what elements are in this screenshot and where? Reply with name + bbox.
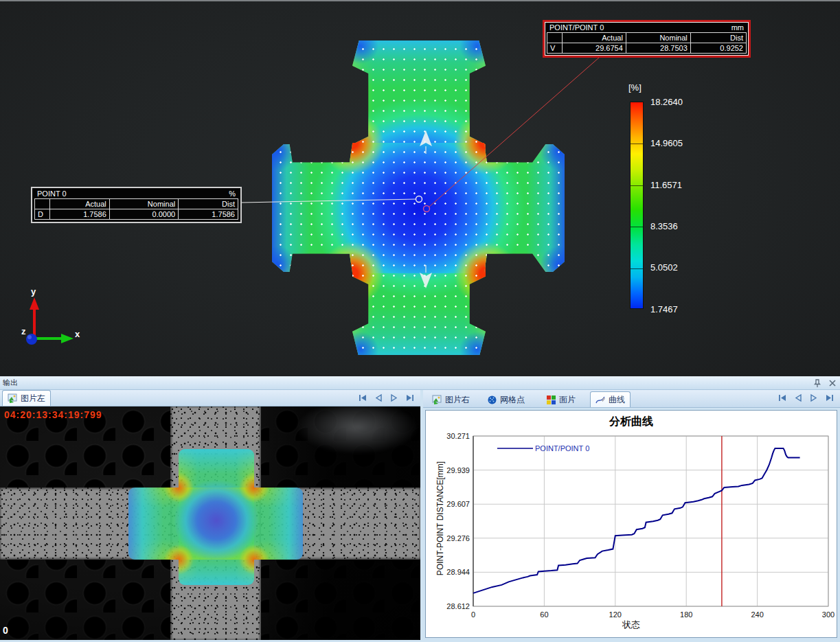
tab-picture-left[interactable]: 图片左 — [2, 390, 51, 406]
bottom-dock: 图片左 04:20:13:34 — [0, 390, 840, 640]
table-row: D 1.7586 0.0000 1.7586 — [35, 209, 238, 220]
svg-text:29.939: 29.939 — [446, 466, 470, 474]
row-label: V — [547, 43, 563, 54]
next-frame-icon[interactable] — [389, 393, 399, 402]
grid-points-icon — [487, 395, 497, 405]
application-window: POINT 0 % Actual Nominal Dist D 1.7586 0… — [0, 0, 840, 642]
first-frame-icon[interactable] — [777, 393, 787, 402]
picture-icon — [8, 393, 18, 404]
chart-x-axis-title: 状态 — [426, 619, 837, 631]
last-frame-icon[interactable] — [825, 393, 835, 402]
nominal-value: 28.7503 — [626, 43, 690, 54]
point0-annotation-table[interactable]: POINT 0 % Actual Nominal Dist D 1.7586 0… — [31, 187, 242, 223]
col-dist: Dist — [690, 33, 746, 43]
svg-text:300: 300 — [822, 610, 835, 619]
tab-grid-points[interactable]: 网格点 — [482, 393, 530, 407]
last-frame-icon[interactable] — [405, 393, 415, 402]
tab-curve[interactable]: 曲线 — [590, 391, 631, 407]
coordinate-axes-indicator: y x z — [17, 286, 93, 352]
actual-value: 29.6754 — [563, 43, 626, 54]
previous-frame-icon[interactable] — [793, 393, 803, 402]
chart-y-axis-title: POINT-POINT DISTANCE[mm] — [435, 443, 445, 594]
svg-text:28.612: 28.612 — [446, 602, 470, 610]
point0-table-title: POINT 0 — [37, 190, 67, 198]
point0-table-unit: % — [229, 190, 236, 198]
svg-text:POINT/POINT 0: POINT/POINT 0 — [535, 444, 589, 452]
scale-value: 5.0502 — [650, 262, 678, 273]
specimen-cruciform — [272, 41, 565, 355]
camera-image-left[interactable]: 04:20:13:34:19:799 0 — [0, 406, 420, 640]
strain-overlay-cross — [128, 449, 303, 585]
pin-icon[interactable] — [813, 378, 822, 388]
close-icon[interactable] — [828, 378, 837, 388]
tab-label: 网格点 — [500, 394, 525, 406]
scale-value: 11.6571 — [650, 180, 682, 190]
scale-value: 1.7467 — [650, 304, 678, 314]
left-frame-navigation — [358, 393, 415, 402]
left-panel-tabbar: 图片左 — [0, 390, 420, 406]
right-frame-navigation — [777, 393, 835, 402]
table-row: V 29.6754 28.7503 0.9252 — [547, 43, 747, 54]
first-frame-icon[interactable] — [358, 393, 367, 402]
previous-frame-icon[interactable] — [374, 393, 383, 402]
picture-icon — [432, 395, 442, 405]
highlight-reflection — [295, 406, 419, 455]
facets-icon — [546, 395, 556, 405]
scale-value: 8.3536 — [650, 221, 678, 231]
tab-picture-right[interactable]: 图片右 — [427, 393, 475, 407]
row-label: D — [35, 209, 50, 220]
tab-label: 图片左 — [21, 393, 45, 404]
scale-value: 14.9605 — [650, 138, 683, 148]
svg-text:0: 0 — [471, 610, 475, 619]
col-nominal: Nominal — [626, 33, 690, 43]
col-dist: Dist — [179, 199, 238, 209]
analysis-curve-chart[interactable]: 06012018024030028.61228.94429.27629.6072… — [426, 411, 838, 639]
svg-text:28.944: 28.944 — [446, 568, 470, 576]
tab-label: 曲线 — [609, 394, 625, 406]
tab-label: 面片 — [559, 394, 576, 406]
curve-pen-icon — [595, 395, 606, 405]
pp-table-title: POINT/POINT 0 — [549, 23, 604, 32]
analysis-curve-panel: 06012018024030028.61228.94429.27629.6072… — [425, 410, 837, 638]
svg-text:29.276: 29.276 — [446, 534, 470, 542]
pp-table-unit: mm — [731, 23, 744, 32]
z-axis-label: z — [21, 326, 26, 336]
output-panel-title: 输出 — [3, 378, 18, 387]
svg-text:240: 240 — [751, 610, 763, 619]
svg-text:120: 120 — [609, 610, 622, 619]
col-nominal: Nominal — [109, 199, 178, 209]
svg-text:29.607: 29.607 — [446, 500, 470, 508]
tab-facets[interactable]: 面片 — [541, 393, 580, 407]
color-scale-gradient-bar — [630, 102, 644, 309]
color-scale-legend[interactable]: [%] 18.2640 14.9605 11.6571 8.3536 5.050… — [628, 82, 704, 321]
scale-value: 18.2640 — [650, 97, 683, 107]
y-axis-label: y — [31, 286, 36, 297]
point-point0-annotation-table[interactable]: POINT/POINT 0 mm Actual Nominal Dist V 2… — [543, 20, 751, 58]
actual-value: 1.7586 — [50, 209, 110, 220]
svg-text:60: 60 — [540, 610, 548, 619]
specimen-horizontal-arm — [272, 143, 565, 273]
x-axis-label: x — [75, 329, 80, 339]
panel-splitter[interactable] — [420, 390, 423, 640]
color-scale-unit: [%] — [628, 82, 642, 93]
tab-label: 图片右 — [445, 394, 470, 406]
dist-value: 1.7586 — [179, 209, 238, 220]
next-frame-icon[interactable] — [809, 393, 819, 402]
frame-timestamp: 04:20:13:34:19:799 — [4, 409, 102, 420]
svg-text:30.271: 30.271 — [446, 432, 470, 440]
3d-viewport[interactable]: POINT 0 % Actual Nominal Dist D 1.7586 0… — [0, 1, 840, 376]
output-panel-header: 输出 — [0, 376, 840, 390]
right-panel-tabbar: 图片右 网格点 面片 — [423, 390, 840, 408]
nominal-value: 0.0000 — [109, 209, 178, 220]
col-actual: Actual — [563, 33, 626, 43]
dist-value: 0.9252 — [690, 43, 746, 54]
axes-icon — [17, 286, 93, 352]
col-actual: Actual — [50, 199, 110, 209]
svg-text:180: 180 — [680, 610, 692, 619]
frame-number: 0 — [3, 625, 8, 636]
chart-title: 分析曲线 — [426, 415, 837, 429]
